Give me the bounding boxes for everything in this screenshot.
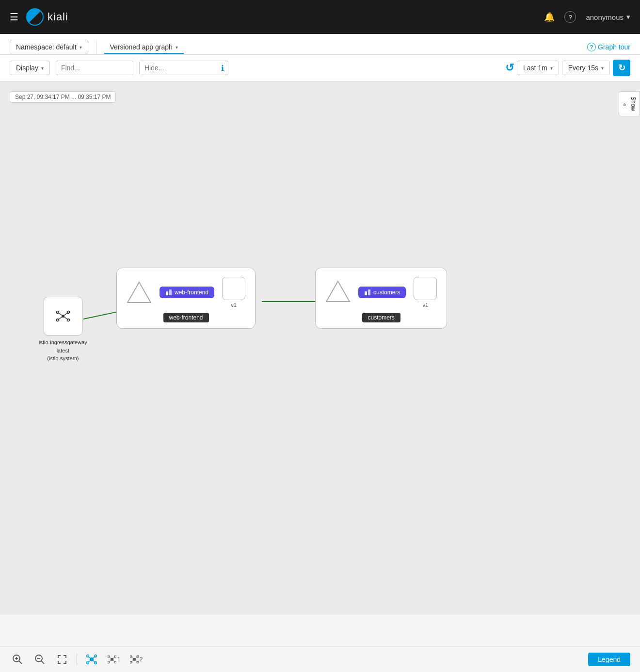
zoom-out-icon (34, 654, 45, 665)
legend-button[interactable]: Legend (588, 653, 630, 666)
svg-line-42 (112, 656, 115, 659)
bottom-toolbar: 1 2 Legend (0, 646, 640, 672)
web-frontend-workload-box[interactable] (222, 277, 245, 300)
customers-service-label: customers (373, 289, 400, 296)
ns-graph-left: Namespace: default ▾ Versioned app graph… (10, 40, 184, 54)
find-input[interactable] (56, 61, 133, 75)
node1-label: 1 (117, 656, 121, 663)
ingress-node[interactable]: istio-ingressgateway latest (istio-syste… (39, 297, 87, 363)
hide-input-wrap: ℹ (139, 61, 228, 75)
graph-tour-link[interactable]: ? Graph tour (587, 43, 630, 51)
graph-canvas: istio-ingressgateway latest (istio-syste… (10, 112, 630, 549)
customers-service-icon (364, 289, 371, 296)
customers-triangle (325, 279, 351, 305)
namespace-dropdown[interactable]: Namespace: default ▾ (10, 40, 88, 54)
node2-label: 2 (140, 656, 143, 663)
fit-icon (57, 654, 67, 665)
customers-vs-icon (325, 279, 351, 304)
web-frontend-workload-label: v1 (231, 302, 237, 308)
namespace-arrow: ▾ (80, 45, 82, 50)
web-frontend-service-label: web-frontend (175, 289, 208, 296)
svg-marker-14 (128, 282, 151, 303)
svg-line-41 (109, 656, 112, 659)
user-name: anonymous (586, 13, 624, 21)
graph-type-dropdown[interactable]: Versioned app graph ▾ (104, 40, 184, 54)
node-all-icon (86, 654, 97, 665)
every-15s-dropdown[interactable]: Every 15s ▾ (562, 61, 610, 75)
svg-rect-16 (169, 289, 172, 295)
help-icon[interactable]: ? (564, 11, 576, 23)
svg-line-13 (63, 316, 68, 320)
time-range-controls: ↺ Last 1m ▾ Every 15s ▾ ↻ (505, 60, 630, 76)
svg-marker-17 (326, 281, 350, 302)
last-1m-dropdown[interactable]: Last 1m ▾ (517, 61, 559, 75)
graph-area: Sep 27, 09:34:17 PM ... 09:35:17 PM Show… (0, 81, 640, 615)
web-frontend-service: web-frontend (160, 287, 214, 298)
app-name: kiali (48, 11, 68, 23)
svg-line-43 (109, 659, 112, 662)
node2-icon (130, 655, 139, 664)
web-frontend-vs-icon (127, 280, 152, 304)
customers-group-label: customers (362, 313, 400, 322)
node1-button[interactable]: 1 (106, 652, 122, 667)
svg-line-23 (19, 661, 22, 664)
kiali-logo-icon (26, 8, 44, 26)
menu-icon[interactable]: ☰ (10, 11, 18, 23)
web-frontend-group[interactable]: web-frontend v1 web-frontend (116, 268, 256, 329)
svg-line-50 (131, 656, 134, 659)
graph-arrows (10, 112, 630, 549)
user-dropdown-arrow: ▾ (626, 13, 630, 21)
display-dropdown[interactable]: Display ▾ (10, 61, 50, 75)
timestamp-badge: Sep 27, 09:34:17 PM ... 09:35:17 PM (10, 91, 116, 103)
svg-rect-18 (365, 291, 367, 295)
hide-input[interactable] (140, 61, 217, 75)
web-frontend-workload: v1 (222, 277, 245, 308)
customers-service-badge[interactable]: customers (358, 287, 406, 298)
toolbar: Display ▾ ℹ ↺ Last 1m ▾ Every 15s ▾ ↻ (0, 55, 640, 81)
display-arrow: ▾ (41, 65, 44, 71)
customers-group[interactable]: customers v1 customers (315, 268, 447, 329)
svg-rect-15 (166, 291, 168, 295)
bottom-divider1 (77, 654, 77, 665)
node1-icon (108, 655, 116, 664)
last-1m-arrow: ▾ (550, 65, 553, 71)
web-frontend-service-icon (165, 289, 172, 296)
web-frontend-group-label-wrap: web-frontend (163, 313, 209, 321)
node2-button[interactable]: 2 (128, 652, 144, 667)
zoom-in-button[interactable] (10, 652, 25, 667)
zoom-in-icon (12, 654, 23, 665)
hide-info-icon[interactable]: ℹ (217, 64, 228, 73)
user-menu[interactable]: anonymous ▾ (586, 13, 630, 21)
web-frontend-triangle (127, 280, 152, 304)
notification-icon[interactable]: 🔔 (544, 12, 555, 22)
show-chevrons-icon: « (622, 103, 628, 106)
fit-graph-button[interactable] (54, 652, 70, 667)
namespace-label: Namespace: default (16, 43, 77, 51)
ingress-hub-icon (55, 308, 71, 324)
every-15s-arrow: ▾ (601, 65, 604, 71)
customers-group-row: customers v1 (325, 277, 437, 308)
display-label: Display (16, 64, 38, 72)
header-icons: 🔔 ? anonymous ▾ (544, 11, 630, 23)
namespace-graph-row: Namespace: default ▾ Versioned app graph… (0, 34, 640, 55)
svg-line-12 (58, 316, 63, 320)
svg-line-52 (131, 659, 134, 662)
ingress-icon-box (44, 297, 82, 336)
graph-type-arrow: ▾ (176, 45, 178, 50)
customers-workload-box[interactable] (414, 277, 437, 300)
zoom-out-button[interactable] (32, 652, 48, 667)
clock-icon: ↺ (505, 62, 514, 74)
graph-tour-help-icon: ? (587, 43, 596, 51)
graph-type-label: Versioned app graph (110, 43, 173, 51)
node-all-button[interactable] (84, 652, 99, 667)
svg-line-26 (41, 661, 44, 664)
legend-label: Legend (598, 656, 621, 663)
web-frontend-service-badge[interactable]: web-frontend (160, 287, 214, 298)
svg-line-11 (63, 312, 68, 316)
logo: kiali (26, 8, 68, 26)
web-frontend-group-row: web-frontend v1 (127, 277, 245, 308)
svg-rect-19 (368, 289, 370, 295)
customers-service: customers (358, 287, 406, 298)
header: ☰ kiali 🔔 ? anonymous ▾ (0, 0, 640, 34)
refresh-button[interactable]: ↻ (613, 60, 630, 76)
